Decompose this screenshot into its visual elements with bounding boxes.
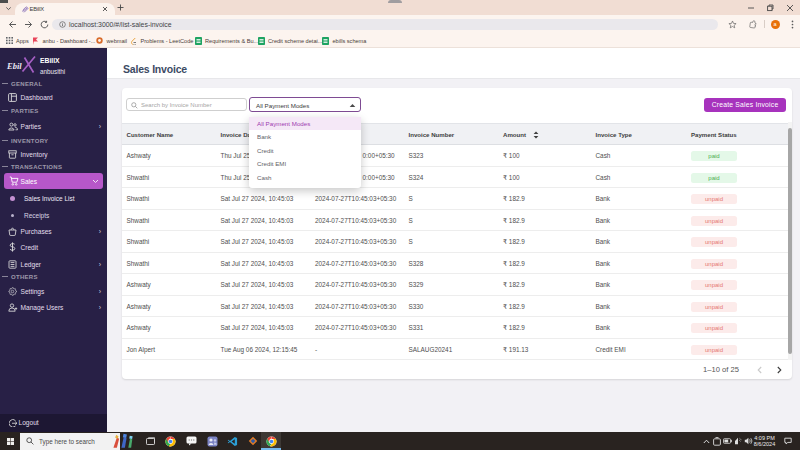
svg-text:Ebil: Ebil (6, 61, 22, 71)
